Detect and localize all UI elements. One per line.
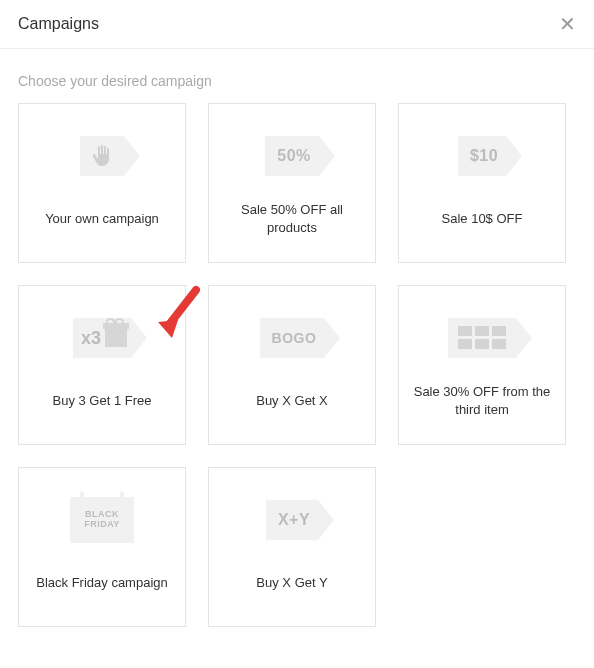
price-tag-icon xyxy=(448,318,516,358)
card-icon: X+Y xyxy=(252,493,332,547)
card-title: Sale 50% OFF all products xyxy=(219,201,365,237)
card-title: Black Friday campaign xyxy=(36,565,168,601)
tag-label: 50% xyxy=(277,147,311,165)
card-title: Sale 30% OFF from the third item xyxy=(409,383,555,419)
modal-header: Campaigns ✕ xyxy=(0,0,594,49)
close-icon[interactable]: ✕ xyxy=(559,14,576,34)
tag-label-line2: FRIDAY xyxy=(84,520,120,530)
card-icon: $10 xyxy=(442,129,522,183)
page-title: Campaigns xyxy=(18,15,99,33)
campaign-card-30-off-third[interactable]: Sale 30% OFF from the third item xyxy=(398,285,566,445)
campaign-card-bogo[interactable]: BOGO Buy X Get X xyxy=(208,285,376,445)
wave-icon xyxy=(80,136,124,176)
campaign-card-own[interactable]: Your own campaign xyxy=(18,103,186,263)
gift-icon xyxy=(105,329,127,347)
price-tag-icon: X+Y xyxy=(266,500,318,540)
calendar-icon: BLACK FRIDAY xyxy=(70,497,134,543)
campaign-card-50-off[interactable]: 50% Sale 50% OFF all products xyxy=(208,103,376,263)
grid-items-icon xyxy=(458,326,506,349)
campaign-card-10-off[interactable]: $10 Sale 10$ OFF xyxy=(398,103,566,263)
subtitle: Choose your desired campaign xyxy=(0,49,594,103)
card-icon xyxy=(442,311,522,365)
price-tag-icon: x3 xyxy=(73,318,131,358)
campaign-card-buy3-get1[interactable]: x3 Buy 3 Get 1 Free xyxy=(18,285,186,445)
price-tag-icon: BOGO xyxy=(260,318,325,358)
campaign-card-buy-x-get-y[interactable]: X+Y Buy X Get Y xyxy=(208,467,376,627)
price-tag-icon: $10 xyxy=(458,136,506,176)
card-icon: x3 xyxy=(62,311,142,365)
tag-label: BOGO xyxy=(272,330,317,346)
card-icon: 50% xyxy=(252,129,332,183)
card-title: Buy X Get X xyxy=(256,383,328,419)
campaign-card-black-friday[interactable]: BLACK FRIDAY Black Friday campaign xyxy=(18,467,186,627)
tag-label: X+Y xyxy=(278,511,310,529)
card-title: Buy X Get Y xyxy=(256,565,327,601)
card-title: Buy 3 Get 1 Free xyxy=(53,383,152,419)
price-tag-icon: 50% xyxy=(265,136,319,176)
card-title: Your own campaign xyxy=(45,201,159,237)
tag-label: x3 xyxy=(81,328,101,349)
card-icon xyxy=(62,129,142,183)
tag-label: $10 xyxy=(470,147,498,165)
card-icon: BOGO xyxy=(252,311,332,365)
campaign-grid: Your own campaign 50% Sale 50% OFF all p… xyxy=(0,103,594,627)
card-icon: BLACK FRIDAY xyxy=(62,493,142,547)
card-title: Sale 10$ OFF xyxy=(442,201,523,237)
